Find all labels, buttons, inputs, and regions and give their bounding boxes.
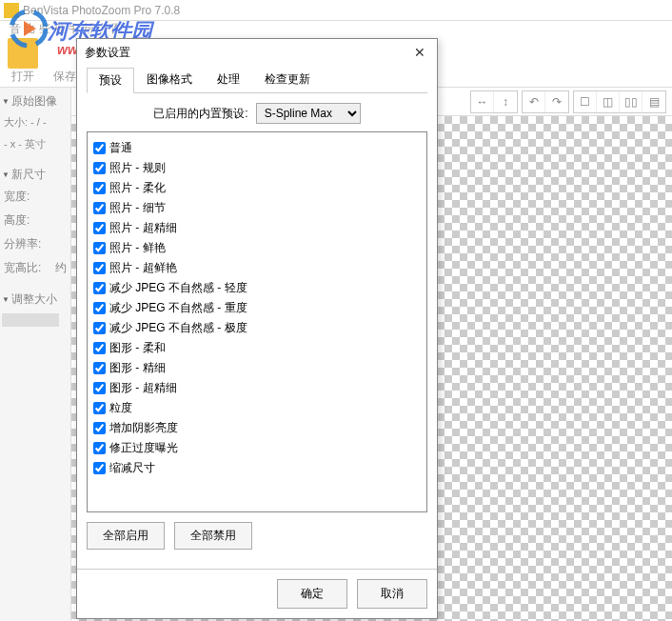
preset-checkbox[interactable]: [93, 462, 106, 474]
preset-checkbox[interactable]: [93, 422, 106, 434]
tab-presets[interactable]: 预设: [87, 68, 134, 93]
preset-checkbox[interactable]: [93, 302, 106, 314]
height-row: 高度:: [2, 209, 69, 232]
list-item[interactable]: 减少 JPEG 不自然感 - 重度: [93, 298, 421, 318]
preset-checkbox[interactable]: [93, 182, 106, 194]
preset-checkbox[interactable]: [93, 202, 106, 214]
list-item[interactable]: 修正过度曝光: [93, 438, 421, 458]
title-bar: BenVista PhotoZoom Pro 7.0.8: [0, 0, 672, 21]
list-item[interactable]: 缩减尺寸: [93, 458, 421, 478]
close-icon[interactable]: ✕: [414, 45, 429, 60]
tab-processing[interactable]: 处理: [205, 67, 252, 92]
list-item[interactable]: 图形 - 柔和: [93, 338, 421, 358]
view-dual-icon[interactable]: ▯▯: [620, 91, 642, 112]
resolution-row: 分辨率:: [2, 232, 69, 256]
preset-checkbox[interactable]: [93, 262, 106, 274]
unit-value: - x - 英寸: [2, 133, 69, 155]
preset-label: 已启用的内置预设:: [153, 106, 247, 122]
nav-up-icon[interactable]: ↕: [494, 91, 517, 112]
undo-icon[interactable]: ↶: [523, 91, 545, 112]
enable-all-button[interactable]: 全部启用: [87, 522, 165, 550]
list-item[interactable]: 照片 - 细节: [93, 198, 421, 218]
preset-checkbox[interactable]: [93, 242, 106, 254]
list-item[interactable]: 增加阴影亮度: [93, 418, 421, 438]
preset-checkbox[interactable]: [93, 322, 106, 334]
view-split-icon[interactable]: ◫: [597, 91, 620, 112]
list-item[interactable]: 图形 - 超精细: [93, 378, 421, 398]
dialog-tabs: 预设 图像格式 处理 检查更新: [77, 67, 437, 92]
preset-checkbox[interactable]: [93, 342, 106, 354]
app-icon: [4, 3, 19, 18]
resize-header[interactable]: 调整大小: [2, 290, 69, 310]
tab-check-updates[interactable]: 检查更新: [252, 67, 323, 92]
preset-checkbox[interactable]: [93, 442, 106, 454]
list-item[interactable]: 粒度: [93, 398, 421, 418]
redo-icon[interactable]: ↷: [545, 91, 568, 112]
size-value: 大小: - / -: [2, 111, 69, 133]
list-item[interactable]: 照片 - 鲜艳: [93, 238, 421, 258]
preset-checkbox[interactable]: [93, 402, 106, 414]
preset-checkbox[interactable]: [93, 142, 106, 154]
preset-select[interactable]: S-Spline Max: [256, 103, 361, 124]
preset-checkbox[interactable]: [93, 382, 106, 394]
list-item[interactable]: 照片 - 超精细: [93, 218, 421, 238]
save-label: 保存: [53, 69, 76, 85]
width-row: 宽度:: [2, 185, 69, 209]
tab-image-format[interactable]: 图像格式: [134, 67, 205, 92]
open-label: 打开: [11, 69, 34, 85]
app-title: BenVista PhotoZoom Pro 7.0.8: [23, 4, 180, 17]
list-item[interactable]: 减少 JPEG 不自然感 - 极度: [93, 318, 421, 338]
folder-open-icon: [8, 38, 38, 69]
view-single-icon[interactable]: ☐: [574, 91, 597, 112]
original-image-header[interactable]: 原始图像: [2, 91, 69, 111]
open-button[interactable]: 打开: [0, 36, 46, 87]
list-item[interactable]: 照片 - 超鲜艳: [93, 258, 421, 278]
preset-checkbox[interactable]: [93, 222, 106, 234]
nav-left-icon[interactable]: ↔: [471, 91, 494, 112]
list-item[interactable]: 照片 - 规则: [93, 158, 421, 178]
list-item[interactable]: 照片 - 柔化: [93, 178, 421, 198]
menu-bar[interactable]: 音 比 些 視 牛 帮 圳 图: [0, 21, 672, 40]
disable-all-button[interactable]: 全部禁用: [174, 522, 252, 550]
preset-checkbox[interactable]: [93, 162, 106, 174]
ok-button[interactable]: 确定: [277, 579, 347, 609]
aspect-row: 宽高比:约: [2, 256, 69, 280]
view-grid-icon[interactable]: ▤: [642, 91, 665, 112]
list-item[interactable]: 普通: [93, 138, 421, 158]
new-size-header[interactable]: 新尺寸: [2, 165, 69, 185]
preset-checkbox[interactable]: [93, 282, 106, 294]
list-item[interactable]: 图形 - 精细: [93, 358, 421, 378]
preset-list[interactable]: 普通 照片 - 规则 照片 - 柔化 照片 - 细节 照片 - 超精细 照片 -…: [87, 131, 427, 512]
settings-dialog: 参数设置 ✕ 预设 图像格式 处理 检查更新 已启用的内置预设: S-Splin…: [76, 38, 438, 619]
resize-slider[interactable]: [2, 313, 59, 327]
preset-checkbox[interactable]: [93, 362, 106, 374]
left-panel: 原始图像 大小: - / - - x - 英寸 新尺寸 宽度: 高度: 分辨率:…: [0, 88, 71, 621]
dialog-title: 参数设置: [85, 45, 130, 61]
list-item[interactable]: 减少 JPEG 不自然感 - 轻度: [93, 278, 421, 298]
cancel-button[interactable]: 取消: [357, 579, 427, 609]
